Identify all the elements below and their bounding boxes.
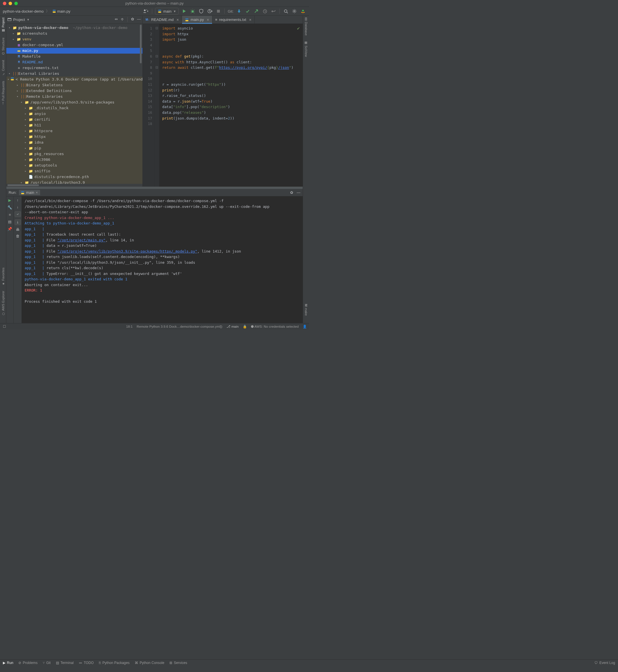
wrench-icon[interactable]: 🔧 (7, 205, 12, 210)
add-user-icon[interactable]: ▾ (143, 8, 149, 14)
tree-item[interactable]: 📄distutils-precedence.pth (6, 174, 142, 180)
tree-item[interactable]: 📁pip (6, 146, 142, 151)
aws-toolkit-icon[interactable] (300, 8, 306, 14)
hide-icon[interactable]: — (137, 17, 141, 22)
close-icon[interactable]: × (35, 190, 38, 195)
tree-item[interactable]: 📁rfc3986 (6, 157, 142, 163)
close-icon[interactable]: × (177, 17, 179, 22)
search-icon[interactable] (283, 8, 289, 14)
rerun-icon[interactable]: ▶ (8, 198, 11, 202)
breadcrumbs[interactable]: python-via-docker-demo 〉 main.py (0, 9, 71, 14)
tree-external-libs[interactable]: |||External Libraries (6, 71, 142, 77)
minimize-window-icon[interactable] (9, 2, 12, 5)
close-icon[interactable]: × (249, 17, 251, 22)
tree-item[interactable]: |||Extended Definitions (6, 88, 142, 94)
print-icon[interactable]: 🖶 (16, 227, 19, 232)
tool-windows-icon[interactable]: ☐ (2, 324, 7, 328)
editor-tab[interactable]: main.py× (182, 16, 212, 23)
layout-icon[interactable]: ▤ (8, 220, 11, 224)
tree-item[interactable]: 📁_distutils_hack (6, 105, 142, 111)
people-icon[interactable]: 👤 (303, 324, 307, 328)
stripe-structure[interactable]: ⌬Structure (1, 37, 5, 55)
tree-item[interactable]: ≡requirements.txt (6, 65, 142, 71)
fold-icon[interactable]: ⊟ (156, 65, 158, 69)
project-tree[interactable]: 📁python-via-docker-demo ~/python-via-doc… (6, 24, 142, 184)
stripe-commit[interactable]: ✓Commit (1, 60, 5, 76)
tree-item[interactable]: 📁venv (6, 36, 142, 42)
trash-icon[interactable]: 🗑 (16, 234, 19, 238)
tree-item[interactable]: MREADME.md (6, 59, 142, 65)
tree-item[interactable]: main.py (6, 48, 142, 54)
zoom-window-icon[interactable] (14, 2, 18, 5)
git-push-button[interactable] (253, 8, 260, 14)
project-settings-icon[interactable]: ✿ (131, 17, 134, 22)
run-button[interactable] (181, 8, 187, 14)
pin-icon[interactable]: 📌 (7, 227, 12, 231)
run-config-selector[interactable]: main ▼ (155, 8, 179, 15)
breadcrumb-file[interactable]: main.py (52, 9, 71, 13)
git-history-button[interactable] (262, 8, 268, 14)
window-controls[interactable] (0, 2, 18, 5)
tree-item[interactable]: 📁pkg_resources (6, 151, 142, 157)
down-icon[interactable]: ↓ (17, 205, 19, 209)
stripe-make[interactable]: Mmake (304, 304, 308, 316)
scroll-end-icon[interactable]: ⤓ (15, 219, 21, 225)
git-rollback-button[interactable] (270, 8, 277, 14)
run-settings-icon[interactable]: ✿ (290, 190, 293, 195)
profile-button[interactable]: ▾ (207, 8, 213, 14)
caret-position[interactable]: 18:1 (126, 325, 133, 328)
tree-hscroll-thumb[interactable] (7, 184, 39, 186)
git-commit-button[interactable] (244, 8, 251, 14)
run-console[interactable]: /usr/local/bin/docker-compose -f /Users/… (22, 196, 303, 323)
tree-item[interactable]: |||Remote Libraries (6, 94, 142, 99)
fold-icon[interactable]: ⊟ (156, 54, 158, 58)
stripe-sciview[interactable]: ▦SciView (304, 41, 308, 57)
tree-item[interactable]: 📁setuptools (6, 163, 142, 168)
breadcrumb-project[interactable]: python-via-docker-demo (3, 9, 43, 13)
project-view-selector[interactable]: Project ▼ (7, 17, 29, 22)
git-update-button[interactable] (236, 8, 242, 14)
editor-tab[interactable]: ≡requirements.txt× (212, 16, 255, 23)
run-tab[interactable]: main × (19, 190, 40, 195)
editor-tab[interactable]: M↓README.md× (143, 16, 182, 23)
analysis-ok-icon[interactable]: ✔ (297, 25, 300, 31)
lock-icon[interactable]: 🔒 (243, 324, 247, 328)
tree-item[interactable]: 📁screenshots (6, 31, 142, 36)
tree-item[interactable]: 📁sniffio (6, 168, 142, 174)
expand-all-icon[interactable]: ≑ (121, 17, 124, 22)
coverage-button[interactable] (198, 8, 204, 14)
hide-icon[interactable]: — (297, 190, 300, 195)
tree-item[interactable]: 📁anyio (6, 111, 142, 117)
tree-vscroll-thumb[interactable] (140, 25, 141, 63)
tree-item[interactable]: |||Binary Skeletons (6, 82, 142, 88)
close-icon[interactable]: × (207, 17, 209, 22)
interpreter-indicator[interactable]: Remote Python 3.9.6 Dock…demo/docker-com… (137, 325, 222, 328)
select-opened-file-icon[interactable]: ⇔ (115, 17, 118, 22)
tree-item[interactable]: 📁h11 (6, 122, 142, 128)
editor-gutter-icons[interactable]: ⊟ ⊟ ⊟ (155, 24, 160, 187)
fold-icon[interactable]: ⊟ (156, 26, 158, 30)
aws-status[interactable]: ⬢ AWS: No credentials selected (251, 324, 299, 328)
close-window-icon[interactable] (3, 2, 6, 5)
editor-gutter[interactable]: 123456789101112131415161718 (143, 24, 155, 187)
settings-icon[interactable] (291, 8, 298, 14)
stripe-database[interactable]: 🗄Database (304, 17, 308, 35)
git-branch[interactable]: ⎇ main (226, 324, 239, 328)
horizontal-splitter[interactable] (6, 187, 303, 189)
tree-remote-python[interactable]: < Remote Python 3.9.6 Docker Compose (ap… (6, 77, 142, 82)
stripe-aws[interactable]: ⬡AWS Explorer (1, 291, 5, 316)
debug-button[interactable] (190, 8, 196, 14)
soft-wrap-icon[interactable]: ⤶ (15, 211, 21, 217)
tree-root[interactable]: 📁python-via-docker-demo ~/python-via-doc… (6, 25, 142, 31)
stripe-pullreq[interactable]: ⭲Pull Requests (1, 81, 5, 105)
stripe-favorites[interactable]: ★Favorites (1, 268, 5, 286)
tree-item[interactable]: 📁httpx (6, 134, 142, 139)
tree-item[interactable]: 📁certifi (6, 117, 142, 122)
tree-item[interactable]: 📁/app/venv/lib/python3.9/site-packages (6, 99, 142, 105)
tree-item[interactable]: ▦docker-compose.yml (6, 42, 142, 48)
tree-item[interactable]: 📁idna (6, 139, 142, 146)
editor-code[interactable]: import asyncioimport httpximport json as… (160, 24, 303, 187)
stripe-project[interactable]: ▤Project (1, 17, 5, 32)
tree-item[interactable]: 📁httpcore (6, 128, 142, 134)
tree-hscroll[interactable] (6, 184, 142, 187)
